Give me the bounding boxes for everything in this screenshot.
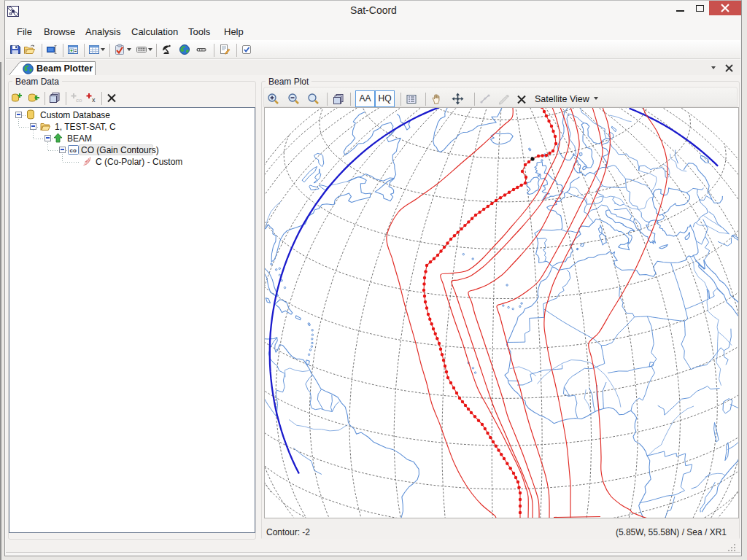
svg-text:co: co: [76, 97, 82, 104]
svg-text:co: co: [70, 147, 77, 154]
svg-text:x: x: [92, 96, 96, 104]
